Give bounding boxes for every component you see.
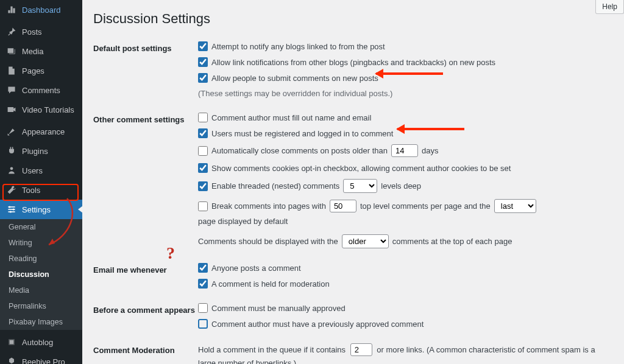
checkbox-label: Enable threaded (nested) comments <box>211 181 339 191</box>
video-icon <box>6 104 17 115</box>
submenu-item-pixabay[interactable]: Pixabay Images <box>0 314 82 330</box>
admin-sidebar: Dashboard Posts Media Pages Comments Vid… <box>0 0 82 364</box>
inline-text: comments at the top of each page <box>392 237 512 246</box>
sidebar-item-dashboard[interactable]: Dashboard <box>0 0 82 19</box>
section-heading: Default post settings <box>93 41 198 53</box>
input-comments-per-page[interactable] <box>330 200 356 212</box>
sidebar-item-autoblog[interactable]: Autoblog <box>0 332 82 352</box>
inline-text: Hold a comment in the queue if it contai… <box>198 345 346 354</box>
checkbox-threaded-comments[interactable] <box>198 181 208 191</box>
sidebar-item-plugins[interactable]: Plugins <box>0 141 82 161</box>
sidebar-label: Users <box>22 166 43 175</box>
help-tab[interactable]: Help <box>595 0 624 14</box>
checkbox-label: Comment author must have a previously ap… <box>211 320 424 329</box>
sidebar-label: Appearance <box>22 127 65 136</box>
users-icon <box>6 165 17 176</box>
sidebar-item-video-tutorials[interactable]: Video Tutorials <box>0 100 82 119</box>
section-heading: Before a comment appears <box>93 303 198 315</box>
settings-submenu: General Writing Reading Discussion Media… <box>0 219 82 330</box>
sidebar-item-beehive[interactable]: Beehive Pro <box>0 352 82 364</box>
sidebar-label: Comments <box>22 86 60 95</box>
checkbox-manual-approve[interactable] <box>198 303 208 313</box>
select-comment-order[interactable]: older <box>342 234 389 248</box>
sidebar-label: Plugins <box>22 147 48 156</box>
checkbox-label: Automatically close comments on posts ol… <box>211 146 388 155</box>
inline-text: days <box>422 146 438 155</box>
sidebar-label: Beehive Pro <box>22 357 65 365</box>
page-title: Discussion Settings <box>93 11 613 27</box>
checkbox-label: Users must be registered and logged in t… <box>211 129 393 138</box>
appearance-icon <box>6 126 17 137</box>
autoblog-icon <box>6 337 17 348</box>
checkbox-label: Anyone posts a comment <box>211 264 301 273</box>
sidebar-label: Tools <box>22 186 40 195</box>
submenu-item-reading[interactable]: Reading <box>0 251 82 267</box>
checkbox-previously-approved[interactable] <box>198 319 208 329</box>
submenu-item-discussion[interactable]: Discussion <box>0 267 82 282</box>
dashboard-icon <box>6 4 17 15</box>
checkbox-allow-pingbacks[interactable] <box>198 57 208 67</box>
sidebar-label: Media <box>22 47 43 56</box>
section-other-comment-settings: Other comment settings Comment author mu… <box>93 109 613 259</box>
inline-text: top level comments per page and the <box>360 201 491 211</box>
svg-point-5 <box>13 208 15 210</box>
checkbox-label: Show comments cookies opt-in checkbox, a… <box>211 164 511 173</box>
sidebar-label: Posts <box>22 27 42 37</box>
checkbox-cookies-optin[interactable] <box>198 163 208 173</box>
checkbox-allow-comments[interactable] <box>198 73 208 83</box>
checkbox-held-moderation[interactable] <box>198 279 208 289</box>
checkbox-users-registered[interactable] <box>198 128 208 138</box>
media-icon <box>6 46 17 57</box>
input-moderation-links[interactable] <box>350 343 372 356</box>
section-heading: Other comment settings <box>93 113 198 124</box>
checkbox-label: Comment must be manually approved <box>211 304 346 313</box>
sidebar-item-posts[interactable]: Posts <box>0 22 82 41</box>
pin-icon <box>6 26 17 37</box>
sidebar-item-media[interactable]: Media <box>0 41 82 61</box>
sidebar-item-appearance[interactable]: Appearance <box>0 122 82 141</box>
sidebar-item-users[interactable]: Users <box>0 161 82 180</box>
input-close-days[interactable] <box>391 144 418 157</box>
section-heading: Comment Moderation <box>93 343 198 355</box>
checkbox-auto-close[interactable] <box>198 146 208 156</box>
settings-hint: (These settings may be overridden for in… <box>198 89 392 98</box>
tools-icon <box>6 184 17 195</box>
sidebar-item-comments[interactable]: Comments <box>0 80 82 100</box>
checkbox-label: Allow link notifications from other blog… <box>211 58 495 67</box>
checkbox-label: Break comments into pages with <box>211 201 326 211</box>
sidebar-label: Dashboard <box>22 5 61 15</box>
checkbox-label: Comment author must fill out name and em… <box>211 113 371 122</box>
submenu-item-media[interactable]: Media <box>0 282 82 298</box>
checkbox-label: Attempt to notify any blogs linked to fr… <box>211 42 385 51</box>
checkbox-break-pages[interactable] <box>198 201 208 211</box>
svg-point-6 <box>10 211 12 212</box>
inline-text: levels deep <box>381 181 421 191</box>
section-default-post-settings: Default post settings Attempt to notify … <box>93 38 613 109</box>
submenu-item-general[interactable]: General <box>0 219 82 235</box>
checkbox-notify-linked-blogs[interactable] <box>198 41 208 51</box>
select-thread-depth[interactable]: 5 <box>343 179 377 193</box>
section-heading: Email me whenever <box>93 263 198 275</box>
sidebar-label: Autoblog <box>22 338 53 347</box>
checkbox-author-name-email[interactable] <box>198 113 208 122</box>
select-default-page[interactable]: last <box>494 199 536 213</box>
sidebar-item-pages[interactable]: Pages <box>0 61 82 80</box>
comments-icon <box>6 85 17 96</box>
beehive-icon <box>6 356 17 364</box>
section-email-me-whenever: Email me whenever Anyone posts a comment… <box>93 259 613 299</box>
sidebar-item-tools[interactable]: Tools <box>0 180 82 200</box>
sidebar-label: Pages <box>22 66 44 75</box>
checkbox-anyone-posts[interactable] <box>198 263 208 273</box>
sidebar-label: Video Tutorials <box>22 105 74 114</box>
submenu-item-permalinks[interactable]: Permalinks <box>0 298 82 314</box>
inline-text: page displayed by default <box>198 217 288 226</box>
submenu-item-writing[interactable]: Writing <box>0 235 82 251</box>
svg-point-4 <box>9 206 10 208</box>
svg-point-0 <box>10 167 13 170</box>
checkbox-label: A comment is held for moderation <box>211 279 330 289</box>
main-content: Help Discussion Settings Default post se… <box>82 0 624 364</box>
sidebar-label: Settings <box>22 205 51 214</box>
sidebar-item-settings[interactable]: Settings <box>0 200 82 219</box>
section-comment-moderation: Comment Moderation Hold a comment in the… <box>93 340 613 364</box>
inline-text: Comments should be displayed with the <box>198 237 338 246</box>
